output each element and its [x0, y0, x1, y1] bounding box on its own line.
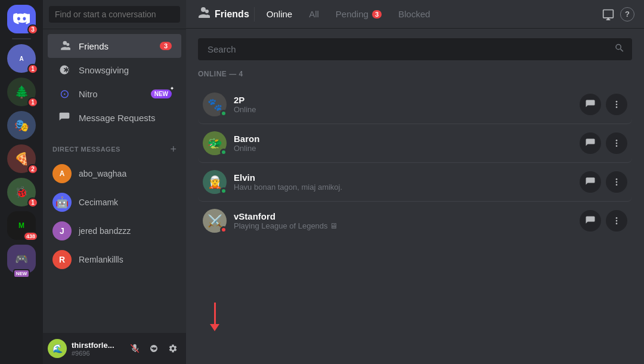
tab-online[interactable]: Online — [259, 5, 299, 23]
user-panel: 🌊 thirstforle... #9696 — [43, 333, 186, 364]
dm-user-avatar-2: 🤖 — [52, 193, 72, 212]
friends-notification-badge: 3 — [160, 42, 172, 50]
snowsgiving-label: Snowsgiving — [79, 65, 172, 75]
dm-user-cecimamk[interactable]: 🤖 Cecimamk — [48, 188, 181, 217]
online-count-header: ONLINE — 4 — [198, 70, 632, 78]
friends-list: 🐾 2P Online — [198, 85, 632, 240]
user-panel-info: thirstforle... #9696 — [72, 341, 122, 357]
friend-name-2p: 2P — [234, 95, 572, 105]
dm-section-title: DIRECT MESSAGES — [52, 146, 120, 153]
user-panel-name: thirstforle... — [72, 341, 122, 350]
status-dot-vstanford — [220, 226, 227, 233]
search-input[interactable] — [49, 6, 180, 23]
server-icon-4[interactable]: 🍕 2 — [7, 144, 36, 173]
friend-name-elvin: Elvin — [234, 172, 572, 183]
friend-avatar-elvin: 🧝 — [203, 170, 227, 194]
friend-info-2p: 2P Online — [234, 95, 572, 114]
message-requests-label: Message Requests — [79, 113, 172, 123]
nitro-label: Nitro — [79, 89, 144, 99]
dm-user-avatar-4: R — [52, 250, 72, 269]
friend-name-vstanford: vStanford — [234, 211, 572, 221]
svg-point-10 — [616, 217, 618, 219]
pending-badge: 3 — [372, 10, 382, 18]
message-baron-button[interactable] — [580, 132, 601, 154]
message-elvin-button[interactable] — [580, 171, 601, 193]
svg-point-5 — [616, 143, 618, 144]
settings-button[interactable] — [165, 340, 181, 357]
friends-content: ONLINE — 4 🐾 2P Online — [186, 29, 644, 364]
deafen-button[interactable] — [145, 340, 162, 357]
friend-item-vstanford[interactable]: ⚔️ vStanford Playing League of Legends 🖥 — [198, 202, 632, 240]
sidebar-item-nitro[interactable]: ⊙ Nitro NEW — [48, 82, 181, 106]
friends-label: Friends — [79, 41, 153, 51]
friend-info-vstanford: vStanford Playing League of Legends 🖥 — [234, 211, 572, 230]
server-icon-2[interactable]: 🌲 1 — [7, 78, 36, 106]
status-dot-baron — [220, 149, 227, 156]
friend-info-elvin: Elvin Havu bonan tagon, miaj amikoj. — [234, 172, 572, 192]
svg-point-2 — [616, 104, 618, 106]
help-icon-button[interactable]: ? — [620, 7, 634, 21]
svg-point-11 — [616, 220, 618, 222]
friend-actions-vstanford — [580, 210, 627, 232]
server-icon-7[interactable]: 🎮 NEW — [7, 245, 36, 273]
friends-header-icon — [196, 6, 210, 23]
more-baron-button[interactable] — [606, 132, 627, 154]
more-2p-button[interactable] — [606, 94, 627, 115]
discord-home-button[interactable]: 3 — [7, 5, 36, 33]
dm-user-abo-waghaa[interactable]: A abo_waghaa — [48, 159, 181, 188]
friend-actions-2p — [580, 94, 627, 115]
header-separator-1 — [254, 7, 255, 21]
server-icon-6[interactable]: M 438 — [7, 211, 36, 240]
server-icon-1[interactable]: A 1 — [7, 44, 36, 73]
dm-user-jered-bandzzz[interactable]: J jered bandzzz — [48, 217, 181, 245]
message-2p-button[interactable] — [580, 94, 601, 115]
friend-item-baron[interactable]: 🐲 Baron Online — [198, 124, 632, 163]
friend-info-baron: Baron Online — [234, 134, 572, 153]
dm-add-button[interactable]: + — [170, 144, 177, 155]
more-vstanford-button[interactable] — [606, 210, 627, 232]
server-icon-5[interactable]: 🐞 1 — [7, 178, 36, 206]
friend-item-2p[interactable]: 🐾 2P Online — [198, 85, 632, 124]
friend-status-2p: Online — [234, 105, 572, 114]
tab-pending[interactable]: Pending 3 — [329, 5, 389, 23]
message-vstanford-button[interactable] — [580, 210, 601, 232]
more-elvin-button[interactable] — [606, 171, 627, 193]
server-badge-5: 1 — [27, 198, 38, 208]
svg-point-8 — [616, 181, 618, 183]
friend-actions-baron — [580, 132, 627, 154]
user-panel-actions — [126, 340, 181, 357]
tab-all[interactable]: All — [302, 5, 326, 23]
server-badge-2: 1 — [27, 97, 38, 107]
tab-blocked[interactable]: Blocked — [391, 5, 437, 23]
dm-user-remlankillls[interactable]: R Remlankillls — [48, 245, 181, 274]
nitro-new-badge: NEW — [151, 90, 172, 98]
dm-user-list: A abo_waghaa 🤖 Cecimamk J jered bandzzz … — [43, 157, 186, 333]
server-sidebar: 3 A 1 🌲 1 🎭 🍕 2 🐞 1 M 438 🎮 NEW — [0, 0, 43, 364]
friends-header-section: Friends — [196, 6, 249, 23]
server-icon-3[interactable]: 🎭 — [7, 111, 36, 140]
sidebar-item-snowsgiving[interactable]: Snowsgiving — [48, 58, 181, 82]
svg-point-1 — [616, 101, 618, 103]
main-content: Friends Online All Pending 3 Blocked ? — [186, 0, 644, 364]
sidebar-item-friends[interactable]: Friends 3 — [48, 34, 181, 58]
svg-point-4 — [616, 140, 618, 141]
server-badge-6: 438 — [23, 232, 38, 241]
friend-item-elvin[interactable]: 🧝 Elvin Havu bonan tagon, miaj amikoj. — [198, 163, 632, 202]
search-bar-wrapper — [198, 38, 632, 60]
friend-status-elvin: Havu bonan tagon, miaj amikoj. — [234, 183, 572, 192]
dm-user-name-2: Cecimamk — [79, 198, 118, 207]
server-badge-4: 2 — [27, 164, 38, 174]
status-dot-elvin — [220, 187, 227, 195]
friend-avatar-2p: 🐾 — [203, 92, 227, 116]
dm-search-bar — [43, 0, 186, 29]
friend-avatar-vstanford: ⚔️ — [203, 209, 227, 233]
friend-status-vstanford: Playing League of Legends 🖥 — [234, 221, 572, 230]
svg-point-6 — [616, 145, 618, 147]
dm-user-name-1: abo_waghaa — [79, 169, 126, 178]
svg-point-9 — [616, 184, 618, 186]
mute-button[interactable] — [126, 340, 143, 357]
monitor-icon-button[interactable] — [599, 5, 618, 24]
friends-search-input[interactable] — [198, 38, 632, 60]
svg-point-3 — [616, 106, 618, 108]
sidebar-item-message-requests[interactable]: Message Requests — [48, 106, 181, 129]
